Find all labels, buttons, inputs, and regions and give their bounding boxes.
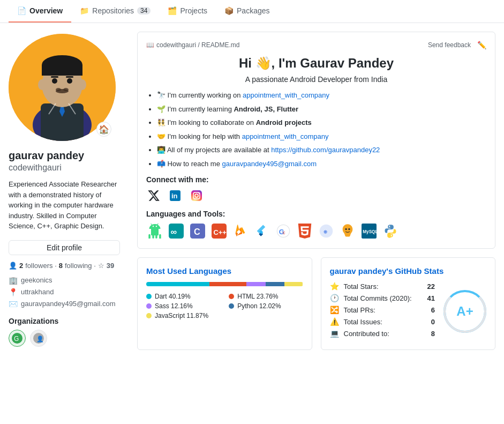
list-item: 👯 I'm looking to collaborate on Android … — [157, 117, 486, 128]
readme-subtitle: A passionate Android Developer from Indi… — [146, 75, 486, 84]
svg-text:in: in — [171, 192, 178, 200]
send-feedback-link[interactable]: Send feedback — [428, 41, 471, 49]
readme-card: 📖 codewithgauri / README.md Send feedbac… — [137, 32, 495, 249]
readme-actions: Send feedback ✏️ — [428, 41, 486, 49]
organizations-section: Organizations G 👤 — [9, 317, 120, 347]
stat-row: 🕐Total Commits (2020):41 — [330, 294, 435, 302]
org-avatar-2[interactable]: 👤 — [30, 330, 47, 347]
readme-header: 📖 codewithgauri / README.md Send feedbac… — [146, 41, 486, 49]
social-icons-list: in — [146, 188, 486, 203]
projects-icon: 🗂️ — [168, 6, 177, 15]
lang-legend-item: Sass 12.16% — [146, 302, 220, 310]
svg-rect-12 — [51, 76, 58, 78]
stat-label: Total Commits (2020): — [344, 294, 423, 302]
edit-readme-icon[interactable]: ✏️ — [477, 41, 486, 49]
avatar-container: 🏠 — [9, 34, 116, 141]
repositories-badge: 34 — [137, 7, 151, 14]
instagram-icon[interactable] — [189, 188, 204, 203]
android-icon — [146, 222, 163, 240]
readme-path-text: codewithgauri / README.md — [156, 41, 239, 49]
appointment-link-1[interactable]: appointment_with_company — [243, 91, 329, 99]
building-icon: 🏢 — [9, 276, 18, 285]
tab-overview[interactable]: 📄 Overview — [9, 0, 71, 23]
stat-icon: ⚠️ — [330, 317, 340, 326]
readme-title: Hi 👋, I'm Gaurav Pandey — [146, 56, 486, 71]
stat-icon: 🔀 — [330, 306, 340, 314]
svg-rect-7 — [42, 65, 82, 76]
stat-value: 41 — [427, 294, 435, 302]
language-legend: Dart 40.19%HTML 23.76%Sass 12.16%Python … — [146, 293, 303, 319]
stat-value: 8 — [431, 330, 435, 338]
svg-point-40 — [345, 228, 347, 230]
tab-packages[interactable]: 📦 Packages — [216, 0, 278, 23]
stat-row: ⚠️Total Issues:0 — [330, 317, 435, 326]
list-item: 🤝 I'm looking for help with appointment_… — [157, 131, 486, 142]
stat-label: Total PRs: — [344, 306, 427, 314]
stat-icon: ⭐ — [330, 282, 340, 291]
repositories-icon: 📁 — [80, 6, 89, 15]
tools-section: Languages and Tools: ∞ C C++ Gc — [146, 210, 486, 240]
stat-icon: 💻 — [330, 329, 340, 338]
svg-point-28 — [199, 193, 200, 194]
stat-value: 22 — [427, 282, 435, 291]
firebase-icon — [232, 222, 249, 240]
stat-label: Total Stars: — [344, 282, 423, 291]
location-icon: 📍 — [9, 288, 18, 296]
linux-icon — [339, 222, 356, 240]
stat-row: ⭐Total Stars:22 — [330, 282, 435, 291]
user-bio: Experienced Associate Researcher with a … — [9, 179, 120, 232]
stat-label: Contributed to: — [344, 330, 427, 338]
company-item: 🏢 geekonics — [9, 276, 120, 285]
stat-value: 0 — [431, 318, 435, 326]
svg-point-16 — [63, 88, 69, 91]
stats-row: Most Used Languages Dart 40.19%HTML 23.7… — [137, 257, 495, 350]
lang-legend-item: Dart 40.19% — [146, 293, 220, 300]
email-link[interactable]: gauravpandey495@gmail.com — [222, 160, 317, 168]
svg-point-10 — [52, 78, 57, 84]
lang-card-title: Most Used Languages — [146, 266, 303, 276]
org-avatar-1[interactable]: G — [9, 330, 26, 347]
list-item: 🔭 I'm currently working on appointment_w… — [157, 90, 486, 101]
html5-icon — [296, 222, 313, 240]
stat-value: 6 — [431, 306, 435, 314]
tab-repositories[interactable]: 📁 Repositories 34 — [71, 0, 159, 23]
grade-circle: A+ — [443, 290, 486, 333]
svg-rect-25 — [191, 190, 202, 201]
top-nav: 📄 Overview 📁 Repositories 34 🗂️ Projects… — [0, 0, 504, 23]
follow-stats: 👤 2 followers · 8 following · ☆ 39 — [9, 262, 120, 270]
list-item: 🌱 I'm currently learning Android, JS, Fl… — [157, 104, 486, 115]
github-projects-link[interactable]: https://github.com/gauravpandey22 — [271, 146, 380, 154]
user-handle: codewithgauri — [9, 163, 120, 173]
connect-title: Connect with me: — [146, 175, 486, 184]
followers-link[interactable]: 2 — [19, 262, 23, 270]
packages-icon: 📦 — [224, 6, 234, 15]
following-link[interactable]: 8 — [59, 262, 63, 270]
tab-projects[interactable]: 🗂️ Projects — [159, 0, 216, 23]
c-icon: C — [189, 222, 206, 240]
stat-row: 💻Contributed to:8 — [330, 329, 435, 338]
avatar-badge: 🏠 — [96, 122, 111, 137]
appointment-link-2[interactable]: appointment_with_company — [242, 132, 329, 140]
svg-rect-13 — [66, 76, 73, 78]
svg-text:C: C — [194, 227, 200, 236]
stats-list: ⭐Total Stars:22🕐Total Commits (2020):41🔀… — [330, 282, 435, 341]
org-avatars-list: G 👤 — [9, 330, 120, 347]
kubernetes-icon: ⎈ — [318, 222, 335, 240]
sidebar: 🏠 gaurav pandey codewithgauri Experience… — [0, 23, 129, 359]
language-bar — [146, 282, 303, 286]
username: gaurav pandey — [9, 150, 120, 162]
organizations-title: Organizations — [9, 317, 120, 325]
twitter-icon[interactable] — [146, 188, 161, 203]
language-card: Most Used Languages Dart 40.19%HTML 23.7… — [137, 257, 312, 350]
svg-text:c: c — [283, 230, 285, 235]
person-icon: 👤 — [9, 262, 17, 270]
mysql-icon: MySQL — [360, 222, 378, 240]
tab-repositories-label: Repositories — [92, 6, 134, 15]
edit-profile-button[interactable]: Edit profile — [9, 240, 120, 255]
book-icon: 📖 — [146, 41, 154, 49]
lang-legend-item: Python 12.02% — [229, 302, 303, 310]
svg-point-15 — [56, 88, 61, 91]
email-item: ✉️ gauravpandey495@gmail.com — [9, 300, 120, 308]
linkedin-icon[interactable]: in — [168, 188, 183, 203]
overview-icon: 📄 — [17, 6, 26, 15]
